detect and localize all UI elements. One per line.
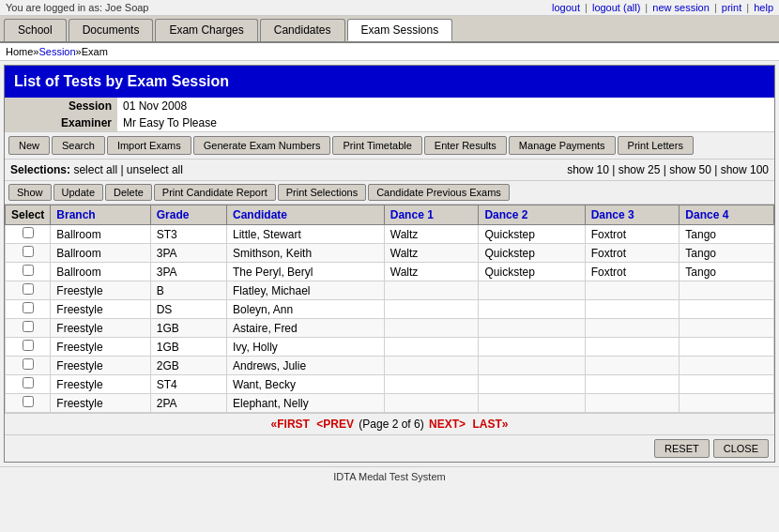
select-all-link[interactable]: select all xyxy=(73,163,117,176)
th-dance3[interactable]: Dance 3 xyxy=(585,205,680,225)
row-select xyxy=(6,281,51,300)
show-50-link[interactable]: show 50 xyxy=(669,163,711,176)
select-checkbox[interactable] xyxy=(23,396,34,407)
th-grade[interactable]: Grade xyxy=(150,205,226,225)
table-row: Freestyle 2GB Andrews, Julie xyxy=(6,357,774,375)
btn-print-candidate-report[interactable]: Print Candidate Report xyxy=(154,184,276,201)
sort-grade[interactable]: Grade xyxy=(157,208,190,221)
logout-link[interactable]: logout xyxy=(552,2,580,13)
logout-all-link[interactable]: logout (all) xyxy=(592,2,640,13)
th-dance4[interactable]: Dance 4 xyxy=(680,205,774,225)
first-page-link[interactable]: «FIRST xyxy=(271,418,310,431)
select-checkbox[interactable] xyxy=(23,283,34,295)
examiner-label: Examiner xyxy=(5,114,117,131)
row-dance1 xyxy=(384,357,479,375)
btn-show[interactable]: Show xyxy=(8,184,52,201)
th-branch[interactable]: Branch xyxy=(51,205,150,225)
select-checkbox[interactable] xyxy=(23,302,34,313)
sort-dance3[interactable]: Dance 3 xyxy=(591,208,634,221)
tab-candidates[interactable]: Candidates xyxy=(260,19,345,41)
select-checkbox[interactable] xyxy=(23,321,34,332)
close-button[interactable]: CLOSE xyxy=(713,439,769,458)
btn-print-timetable[interactable]: Print Timetable xyxy=(332,136,421,155)
breadcrumb-session[interactable]: Session xyxy=(38,46,75,57)
row-dance3 xyxy=(585,357,680,375)
row-dance4 xyxy=(680,281,774,300)
btn-manage-payments[interactable]: Manage Payments xyxy=(509,136,616,155)
row-candidate: Flatley, Michael xyxy=(227,281,385,300)
reset-button[interactable]: RESET xyxy=(654,439,710,458)
row-grade: 2GB xyxy=(150,357,226,375)
row-dance2 xyxy=(479,357,585,375)
btn-print-letters[interactable]: Print Letters xyxy=(618,136,694,155)
select-checkbox[interactable] xyxy=(23,265,34,276)
row-select xyxy=(6,225,51,244)
last-page-link[interactable]: LAST» xyxy=(472,418,508,431)
show-100-link[interactable]: show 100 xyxy=(721,163,769,176)
row-branch: Freestyle xyxy=(51,375,150,394)
select-checkbox[interactable] xyxy=(23,246,34,257)
unselect-all-link[interactable]: unselect all xyxy=(127,163,183,176)
select-checkbox[interactable] xyxy=(23,377,34,388)
next-page-link[interactable]: NEXT> xyxy=(429,418,466,431)
sort-dance4[interactable]: Dance 4 xyxy=(685,208,728,221)
data-table: Select Branch Grade Candidate Dance 1 Da… xyxy=(5,205,774,413)
print-link[interactable]: print xyxy=(722,2,741,13)
sort-dance2[interactable]: Dance 2 xyxy=(484,208,527,221)
row-grade: B xyxy=(150,281,226,300)
select-checkbox[interactable] xyxy=(23,358,34,370)
session-info: Session 01 Nov 2008 Examiner Mr Easy To … xyxy=(5,98,774,131)
th-dance1[interactable]: Dance 1 xyxy=(384,205,479,225)
show-10-link[interactable]: show 10 xyxy=(567,163,609,176)
row-dance3 xyxy=(585,319,680,338)
row-candidate: Smithson, Keith xyxy=(227,244,385,263)
select-checkbox[interactable] xyxy=(23,227,34,238)
row-dance2 xyxy=(479,300,585,319)
tab-exam-charges[interactable]: Exam Charges xyxy=(155,19,257,41)
top-bar: You are logged in as: Joe Soap logout | … xyxy=(0,0,779,16)
sort-candidate[interactable]: Candidate xyxy=(233,208,287,221)
table-row: Freestyle 1GB Astaire, Fred xyxy=(6,319,774,338)
help-link[interactable]: help xyxy=(754,2,773,13)
th-dance2[interactable]: Dance 2 xyxy=(479,205,585,225)
session-label: Session xyxy=(5,98,117,114)
btn-update[interactable]: Update xyxy=(53,184,103,201)
sort-branch[interactable]: Branch xyxy=(56,208,95,221)
btn-import-exams[interactable]: Import Exams xyxy=(107,136,191,155)
row-dance2: Quickstep xyxy=(479,225,585,244)
row-dance4 xyxy=(680,394,774,413)
row-dance2: Quickstep xyxy=(479,263,585,281)
btn-delete[interactable]: Delete xyxy=(105,184,152,201)
table-row: Freestyle DS Boleyn, Ann xyxy=(6,300,774,319)
row-dance4 xyxy=(680,300,774,319)
btn-search[interactable]: Search xyxy=(52,136,105,155)
btn-new[interactable]: New xyxy=(8,136,50,155)
row-dance3: Foxtrot xyxy=(585,225,680,244)
row-select xyxy=(6,319,51,338)
btn-candidate-previous-exams[interactable]: Candidate Previous Exams xyxy=(368,184,510,201)
select-checkbox[interactable] xyxy=(23,340,34,351)
table-row: Freestyle B Flatley, Michael xyxy=(6,281,774,300)
row-dance1: Waltz xyxy=(384,225,479,244)
tab-school[interactable]: School xyxy=(4,19,67,41)
row-select xyxy=(6,338,51,357)
row-candidate: Andrews, Julie xyxy=(227,357,385,375)
btn-generate-exam-numbers[interactable]: Generate Exam Numbers xyxy=(193,136,331,155)
btn-enter-results[interactable]: Enter Results xyxy=(424,136,507,155)
row-dance3 xyxy=(585,375,680,394)
tab-documents[interactable]: Documents xyxy=(69,19,154,41)
show-25-link[interactable]: show 25 xyxy=(619,163,661,176)
row-grade: ST4 xyxy=(150,375,226,394)
btn-print-selections[interactable]: Print Selections xyxy=(278,184,366,201)
show-links: show 10 | show 25 | show 50 | show 100 xyxy=(567,163,769,176)
row-candidate: Astaire, Fred xyxy=(227,319,385,338)
row-dance3: Foxtrot xyxy=(585,244,680,263)
th-candidate[interactable]: Candidate xyxy=(227,205,385,225)
prev-page-link[interactable]: <PREV xyxy=(316,418,354,431)
page-info: (Page 2 of 6) xyxy=(359,418,423,431)
row-dance4: Tango xyxy=(680,225,774,244)
row-branch: Ballroom xyxy=(51,225,150,244)
sort-dance1[interactable]: Dance 1 xyxy=(390,208,434,221)
tab-exam-sessions[interactable]: Exam Sessions xyxy=(347,19,453,41)
new-session-link[interactable]: new session xyxy=(652,2,710,13)
